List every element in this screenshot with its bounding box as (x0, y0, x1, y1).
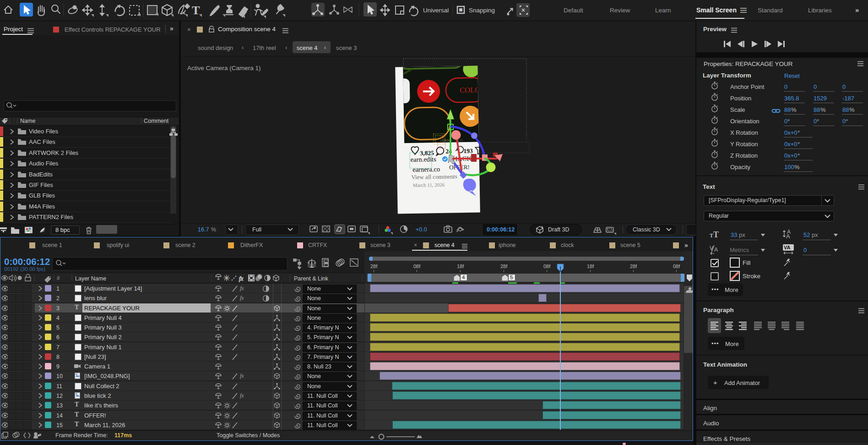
svg-text:193: 193 (463, 148, 473, 154)
svg-text:earnera.co: earnera.co (412, 165, 440, 173)
svg-text:Snapping: Snapping (469, 7, 495, 14)
svg-text:T: T (710, 232, 713, 239)
svg-text:COLO: COLO (460, 85, 480, 94)
svg-text:Universal: Universal (423, 7, 449, 14)
svg-text:A: A (786, 233, 790, 240)
svg-text:earn.edits: earn.edits (411, 155, 437, 163)
svg-text:VA: VA (784, 245, 791, 250)
svg-text:A: A (714, 247, 718, 253)
svg-text:T: T (713, 230, 719, 239)
svg-text:Layer Name: Layer Name (75, 275, 106, 282)
svg-text:Parent & Link: Parent & Link (294, 275, 329, 282)
svg-text:T: T (192, 4, 200, 17)
svg-text:fx: fx (239, 275, 244, 282)
svg-text:View all comments: View all comments (411, 173, 457, 181)
svg-text:March 11, 2026: March 11, 2026 (413, 182, 445, 188)
svg-text:#: # (57, 275, 60, 281)
